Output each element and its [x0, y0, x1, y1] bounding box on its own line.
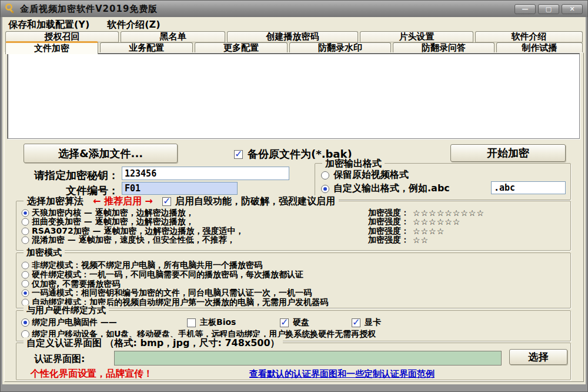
keep-original-format-label: 保留原始视频格式 [333, 169, 409, 181]
mode-radio-encrypt-only[interactable] [22, 280, 29, 288]
mode-option-unbound[interactable]: 非绑定模式：视频不绑定用户电脑，所有电脑共用一个播放密码 [21, 261, 328, 270]
tab-file-encryption[interactable]: 文件加密 [5, 41, 98, 54]
gpu-label: 显卡 [365, 317, 381, 328]
tab-intro-settings[interactable]: 片头设置 [360, 31, 473, 42]
bios-label: 主板Bios [200, 317, 236, 328]
self-destruct-row[interactable]: 启用自毁功能，防破解，强烈建议启用 [162, 195, 335, 208]
bios-checkbox-row[interactable]: 主板Bios [187, 317, 236, 328]
recommend-note: ← 推荐启用 → [93, 195, 153, 208]
auth-image-label: 认证界面图: [34, 353, 85, 366]
promo-text: 个性化界面设置，品牌宣传！ [31, 368, 153, 380]
bind-firmware-radio[interactable] [21, 318, 29, 327]
encryption-key-input[interactable] [122, 167, 289, 180]
algorithm-radio-obfuscate[interactable] [22, 237, 29, 244]
gpu-checkbox[interactable] [352, 318, 360, 327]
algorithm-group-header: 选择加密算法 ← 推荐启用 → 启用自毁功能，防破解，强烈建议启用 [24, 195, 339, 208]
custom-format-option[interactable]: 自定义输出格式，例如.abc [321, 182, 450, 195]
output-format-group-title: 加密输出格式 [322, 158, 385, 170]
minimize-button[interactable]: — [514, 4, 536, 14]
client-area: 保存和加载配置(Y) 软件介绍(Z) 授权召回 黑名单 创建播放密码 片头设置 … [2, 17, 586, 384]
self-destruct-label: 启用自毁功能，防破解，强烈建议启用 [175, 195, 335, 208]
choose-image-button[interactable]: 选择 [509, 349, 567, 365]
file-list[interactable] [7, 53, 580, 139]
keep-original-format-option[interactable]: 保留原始视频格式 [321, 169, 409, 181]
algorithm-group-title: 选择加密算法 [27, 195, 83, 208]
hardware-bind-group-title: 与用户硬件绑定方式 [24, 305, 109, 316]
menu-bar: 保存和加载配置(Y) 软件介绍(Z) [2, 17, 586, 31]
strength-stars: ☆☆ [413, 235, 429, 245]
backup-checkbox[interactable] [234, 150, 243, 159]
mode-radio-hardware-bound[interactable] [22, 271, 29, 278]
algorithm-label: 混淆加密 — 逐帧加密，速度快，但安全性低，不推荐， [32, 235, 368, 245]
app-window: 金盾视频加密软件V2019免费版 — ▢ ✕ 保存和加载配置(Y) 软件介绍(Z… [0, 0, 588, 392]
self-destruct-checkbox[interactable] [162, 197, 171, 206]
extension-input[interactable] [491, 181, 566, 194]
keep-original-format-radio[interactable] [321, 171, 329, 180]
harddisk-checkbox[interactable] [280, 318, 289, 327]
output-format-group: 加密输出格式 保留原始视频格式 自定义输出格式，例如.abc [315, 163, 571, 200]
mode-options: 非绑定模式：视频不绑定用户电脑，所有电脑共用一个播放密码 硬件绑定模式：一机一码… [21, 261, 328, 307]
auth-image-examples-link[interactable]: 查看默认的认证界面图和一些定制认证界面范例 [249, 368, 435, 380]
strength-label: 加密强度： [368, 235, 409, 245]
maximize-button[interactable]: ▢ [538, 4, 559, 14]
tab-blacklist[interactable]: 黑名单 [121, 31, 225, 42]
start-encryption-button[interactable]: 开始加密 [450, 144, 566, 162]
file-number-input[interactable] [122, 182, 238, 195]
algorithm-option-rsa3072[interactable]: RSA3072加密 — 逐帧加密，边解密边播放，强度适中， 加密强度： ☆☆☆☆ [21, 227, 566, 236]
auth-image-group-title: 自定义认证界面图 （格式: bmp，jpg，尺寸: 748x500） [24, 337, 283, 350]
tab-strip: 授权召回 黑名单 创建播放密码 片头设置 软件介绍 文件加密 业务配置 更多配置… [2, 31, 586, 54]
mode-radio-one-pass[interactable] [22, 290, 29, 297]
title-bar[interactable]: 金盾视频加密软件V2019免费版 — ▢ ✕ [1, 1, 587, 17]
app-icon [5, 4, 16, 14]
strength-row: 加密强度： ☆☆ [368, 235, 429, 245]
mode-group: 加密模式 非绑定模式：视频不绑定用户电脑，所有电脑共用一个播放密码 硬件绑定模式… [16, 253, 571, 308]
menu-save-load-config[interactable]: 保存和加载配置(Y) [8, 19, 89, 31]
add-files-button[interactable]: 选择&添加文件... [24, 144, 178, 163]
algorithm-radio-rsa3072[interactable] [22, 227, 29, 235]
gpu-checkbox-row[interactable]: 显卡 [352, 317, 381, 328]
algorithm-radio-tianlang[interactable] [22, 209, 29, 217]
algorithm-options: 天狼加密内核 — 逐帧加密，边解密边播放， 加密强度： ☆☆☆☆☆☆☆☆☆ 扭曲… [21, 208, 566, 245]
harddisk-label: 硬盘 [293, 317, 309, 328]
mode-group-title: 加密模式 [24, 247, 65, 258]
harddisk-checkbox-row[interactable]: 硬盘 [280, 317, 309, 328]
algorithm-radio-twist[interactable] [22, 218, 29, 226]
bind-firmware-option[interactable]: 绑定用户电脑固件 —— [21, 317, 117, 328]
auth-image-group: 自定义认证界面图 （格式: bmp，jpg，尺寸: 748x500） 认证界面图… [16, 343, 571, 380]
close-button[interactable]: ✕ [562, 4, 583, 14]
custom-format-label: 自定义输出格式，例如.abc [333, 182, 450, 195]
mode-option-hardware-bound[interactable]: 硬件绑定模式：一机一码，不同电脑需要不同的播放密码，每次播放都认证 [21, 270, 328, 280]
bind-firmware-label: 绑定用户电脑固件 —— [32, 317, 117, 328]
mode-radio-unbound[interactable] [22, 261, 29, 269]
mode-option-encrypt-only[interactable]: 仅加密, 不需要播放密码 [21, 280, 328, 289]
tab-create-play-password[interactable]: 创建播放密码 [227, 31, 358, 42]
window-title: 金盾视频加密软件V2019免费版 [20, 4, 512, 15]
algorithm-group: 选择加密算法 ← 推荐启用 → 启用自毁功能，防破解，强烈建议启用 天狼加密内核… [16, 201, 571, 251]
algorithm-option-tianlang[interactable]: 天狼加密内核 — 逐帧加密，边解密边播放， 加密强度： ☆☆☆☆☆☆☆☆☆ [21, 208, 566, 218]
tab-software-intro[interactable]: 软件介绍 [475, 31, 583, 42]
file-encryption-page: 选择&添加文件... 备份原文件为(*.bak) 开始加密 请指定加密秘钥： 文… [4, 52, 584, 382]
encryption-key-label: 请指定加密秘钥： [15, 168, 119, 182]
bios-checkbox[interactable] [187, 318, 196, 327]
algorithm-option-twist[interactable]: 扭曲变换加密 — 逐帧加密，边解密边播放， 加密强度： ☆☆☆☆☆☆ [21, 218, 566, 227]
algorithm-option-obfuscate[interactable]: 混淆加密 — 逐帧加密，速度快，但安全性低，不推荐， 加密强度： ☆☆ [21, 236, 566, 245]
auth-image-input[interactable] [114, 351, 502, 366]
menu-software-intro[interactable]: 软件介绍(Z) [107, 19, 160, 31]
custom-format-radio[interactable] [321, 185, 329, 193]
mode-option-one-pass[interactable]: 一码通模式：相同密钥和编号加密的文件，同台电脑只需认证一次，一机一码 [21, 288, 328, 298]
